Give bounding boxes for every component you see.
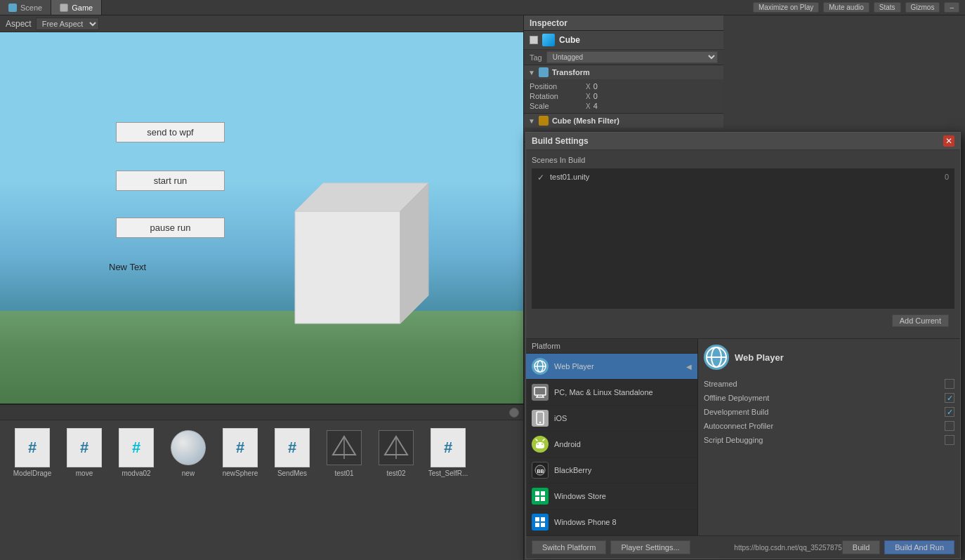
position-value: X 0: [586, 82, 598, 91]
tag-select[interactable]: Untagged: [546, 51, 718, 63]
new-text-label: New Text: [109, 262, 146, 272]
platform-settings-header: Web Player: [704, 345, 954, 370]
scriptdebug-row: Script Debugging: [704, 433, 954, 447]
devbuild-checkbox[interactable]: ✓: [945, 407, 954, 417]
platform-blackberry-label: BlackBerry: [554, 466, 591, 474]
player-settings-button[interactable]: Player Settings...: [610, 540, 690, 554]
asset-test-selfr[interactable]: Test_SelfR...: [427, 429, 469, 477]
scale-label: Scale: [530, 102, 586, 110]
asset-newsphere[interactable]: newSphere: [219, 429, 261, 477]
asset-icon-new: [169, 429, 207, 467]
build-run-button[interactable]: Build And Run: [884, 540, 954, 554]
object-icon: [542, 34, 555, 46]
mute-audio-btn[interactable]: Mute audio: [823, 2, 869, 13]
asset-label-modeldrage: ModelDrage: [13, 469, 51, 477]
asset-icon-test02: [377, 429, 415, 467]
project-panel: ModelDrage move modva02 new newSphere: [0, 404, 523, 560]
footer-url: https://blog.csdn.net/qq_35257875: [734, 544, 841, 552]
platform-settings-icon: [704, 345, 729, 370]
rotation-row: Rotation X 0: [530, 91, 718, 101]
add-current-button[interactable]: Add Current: [892, 314, 949, 327]
transform-header[interactable]: ▼ Transform: [524, 65, 723, 79]
inspector-title: Inspector: [530, 18, 567, 28]
web-player-icon: [532, 358, 549, 375]
asset-label-new: new: [182, 469, 195, 477]
asset-sendmes[interactable]: SendMes: [271, 429, 313, 477]
platform-windows-phone[interactable]: Windows Phone 8: [526, 509, 697, 535]
send-to-wpf-button[interactable]: send to wpf: [116, 122, 225, 142]
blackberry-icon: BB: [532, 462, 549, 479]
scene-tab-icon: [8, 4, 17, 12]
tab-game[interactable]: Game: [51, 0, 102, 15]
svg-text:BB: BB: [537, 469, 544, 474]
asset-modva02[interactable]: modva02: [115, 429, 157, 477]
platform-scroll[interactable]: Web Player ◀ PC, Mac & Linux Standalone: [526, 354, 697, 535]
scenes-section: Scenes In Build ✓ test01.unity 0 Add Cur…: [526, 150, 960, 339]
asset-icon-sendmes: [273, 429, 311, 467]
game-tab-icon: [60, 4, 68, 12]
aspect-select[interactable]: Free Aspect: [36, 18, 99, 30]
tag-row: Tag Untagged: [524, 50, 723, 65]
autoconnect-checkbox[interactable]: [945, 421, 954, 431]
devbuild-row: Development Build ✓: [704, 405, 954, 419]
rotation-value: X 0: [586, 92, 598, 100]
platform-pc-standalone[interactable]: PC, Mac & Linux Standalone: [526, 380, 697, 406]
svg-rect-30: [535, 523, 539, 527]
tab-scene[interactable]: Scene: [0, 0, 51, 15]
pause-run-button[interactable]: pause run: [116, 218, 225, 238]
asset-test02[interactable]: test02: [375, 429, 417, 477]
inspector-header: Inspector: [524, 15, 723, 31]
minimize-btn[interactable]: –: [944, 2, 959, 13]
offline-checkbox[interactable]: ✓: [945, 393, 954, 403]
stats-btn[interactable]: Stats: [874, 2, 901, 13]
scene-check-icon[interactable]: ✓: [537, 173, 546, 181]
scenes-list: ✓ test01.unity 0: [532, 168, 954, 309]
asset-label-test-selfr: Test_SelfR...: [428, 469, 468, 477]
svg-line-20: [536, 439, 537, 441]
tab-bar: Scene Game Maximize on Play Mute audio S…: [0, 0, 965, 15]
platform-blackberry[interactable]: BB BlackBerry: [526, 458, 697, 484]
inspector-object-row: Cube: [524, 31, 723, 50]
start-run-button[interactable]: start run: [116, 171, 225, 191]
asset-move[interactable]: move: [63, 429, 105, 477]
dialog-footer: Switch Platform Player Settings... https…: [526, 535, 960, 559]
devbuild-label: Development Build: [704, 408, 945, 416]
asset-new[interactable]: new: [167, 429, 209, 477]
project-toolbar: [0, 405, 523, 420]
platform-ios[interactable]: iOS: [526, 406, 697, 432]
scale-row: Scale X 4: [530, 101, 718, 111]
object-active-checkbox[interactable]: [530, 36, 538, 44]
project-search-icon[interactable]: [509, 408, 519, 418]
platform-android[interactable]: Android: [526, 432, 697, 458]
build-button[interactable]: Build: [842, 540, 880, 554]
pc-standalone-icon: [532, 384, 549, 401]
svg-line-21: [543, 439, 544, 441]
svg-rect-31: [541, 523, 545, 527]
maximize-on-play-btn[interactable]: Maximize on Play: [753, 2, 819, 13]
tab-scene-label: Scene: [20, 4, 42, 12]
platform-windows-store[interactable]: Windows Store: [526, 484, 697, 509]
dialog-close-button[interactable]: ✕: [943, 135, 954, 147]
scene-item-test01: ✓ test01.unity 0: [534, 171, 952, 182]
switch-platform-button[interactable]: Switch Platform: [532, 540, 606, 554]
scriptdebug-checkbox[interactable]: [945, 435, 954, 445]
windows-store-icon: [532, 488, 549, 505]
asset-modelDrage[interactable]: ModelDrage: [11, 429, 53, 477]
transform-body: Position X 0 Rotation X 0 Scale: [524, 79, 723, 113]
transform-component-icon: [539, 67, 549, 77]
gizmos-btn[interactable]: Gizmos: [905, 2, 940, 13]
dialog-title: Build Settings: [532, 136, 589, 146]
scale-num: 4: [593, 102, 598, 110]
streamed-label: Streamed: [704, 380, 945, 388]
autoconnect-row: Autoconnect Profiler: [704, 419, 954, 433]
asset-test01[interactable]: test01: [323, 429, 365, 477]
offline-label: Offline Deployment: [704, 394, 945, 402]
platform-web-player[interactable]: Web Player ◀: [526, 354, 697, 380]
scenes-title: Scenes In Build: [532, 156, 954, 164]
asset-label-move: move: [76, 469, 93, 477]
asset-icon-modeldrage: [13, 429, 51, 467]
streamed-checkbox[interactable]: [945, 379, 954, 389]
rotation-label: Rotation: [530, 92, 586, 100]
mesh-filter-header[interactable]: ▼ Cube (Mesh Filter): [524, 114, 723, 128]
platform-pc-label: PC, Mac & Linux Standalone: [554, 388, 653, 396]
